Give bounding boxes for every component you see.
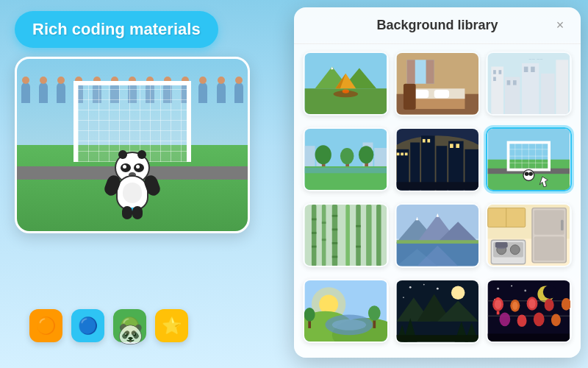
svg-rect-13 <box>426 60 434 83</box>
svg-rect-119 <box>534 237 564 261</box>
thumbnail-bedroom[interactable] <box>395 52 481 116</box>
svg-point-137 <box>423 284 425 286</box>
svg-point-139 <box>403 297 404 298</box>
bottom-icons: 🟠 🔵 🟢 ⭐ <box>29 309 188 342</box>
svg-rect-17 <box>434 90 448 98</box>
panda-eye-left <box>121 163 131 172</box>
thumbnail-kitchen[interactable] <box>486 203 572 267</box>
small-panda-decoration: 🐼 <box>118 322 143 346</box>
svg-rect-26 <box>513 80 517 85</box>
background-library-panel: Background library × <box>294 7 581 358</box>
svg-rect-30 <box>541 74 555 115</box>
panda-character <box>107 152 158 210</box>
svg-point-125 <box>319 294 338 314</box>
library-title: Background library <box>376 18 498 33</box>
svg-rect-147 <box>396 335 478 342</box>
thumbnail-night-city[interactable] <box>395 127 481 192</box>
title-badge: Rich coding materials <box>15 11 218 48</box>
svg-rect-148 <box>488 280 570 342</box>
svg-point-116 <box>511 245 520 255</box>
svg-point-151 <box>498 288 500 290</box>
svg-point-135 <box>451 286 465 300</box>
svg-rect-45 <box>305 168 387 173</box>
thumbnail-bamboo[interactable] <box>303 203 389 267</box>
svg-rect-49 <box>396 152 399 155</box>
svg-point-153 <box>525 290 527 292</box>
svg-rect-51 <box>404 152 407 155</box>
svg-rect-16 <box>414 90 429 98</box>
svg-point-158 <box>495 300 501 309</box>
thumbnail-city-white[interactable]: ~~ ~~ <box>486 52 572 116</box>
svg-point-162 <box>512 302 517 310</box>
svg-point-76 <box>529 171 534 176</box>
svg-rect-22 <box>499 70 502 74</box>
thumbnail-forest-mountains[interactable] <box>395 279 481 344</box>
svg-rect-160 <box>497 311 500 315</box>
crowd-figure <box>21 82 30 103</box>
svg-point-168 <box>517 314 527 327</box>
crowd-figure <box>39 82 48 103</box>
scene-card <box>15 57 250 233</box>
bottom-icon-4[interactable]: ⭐ <box>155 309 188 342</box>
svg-rect-97 <box>305 205 387 266</box>
panda-ear-left <box>118 150 127 159</box>
panda-ear-right <box>137 150 146 159</box>
svg-point-152 <box>512 285 513 286</box>
svg-rect-23 <box>493 77 496 81</box>
svg-rect-59 <box>456 144 459 148</box>
panda-eye-right <box>134 163 144 172</box>
close-button[interactable]: × <box>551 17 569 35</box>
svg-rect-61 <box>396 182 478 190</box>
bottom-icon-1[interactable]: 🟠 <box>29 309 62 342</box>
svg-rect-28 <box>524 67 528 72</box>
svg-point-165 <box>545 299 554 311</box>
svg-point-131 <box>304 308 315 322</box>
title-text: Rich coding materials <box>32 20 201 38</box>
svg-point-8 <box>343 89 349 93</box>
svg-point-74 <box>523 170 534 181</box>
crowd-figure <box>234 82 243 103</box>
thumbnail-camping[interactable] <box>303 52 389 116</box>
bottom-icon-2[interactable]: 🔵 <box>71 309 104 342</box>
crowd-figure <box>198 82 207 103</box>
svg-point-150 <box>543 285 557 299</box>
crowd-figure <box>57 82 65 103</box>
svg-rect-120 <box>561 219 564 230</box>
library-header: Background library × <box>294 7 581 44</box>
svg-rect-29 <box>531 67 535 72</box>
thumbnail-mountains-lake[interactable] <box>395 203 481 268</box>
svg-rect-50 <box>401 152 404 155</box>
svg-point-169 <box>534 313 545 327</box>
svg-point-133 <box>368 305 381 320</box>
svg-rect-35 <box>305 146 315 166</box>
panda-body <box>116 175 148 210</box>
svg-rect-25 <box>507 80 511 85</box>
svg-rect-118 <box>534 210 564 234</box>
svg-rect-12 <box>406 60 415 83</box>
svg-point-170 <box>551 314 561 326</box>
svg-rect-122 <box>495 242 508 247</box>
crowd-figure <box>217 82 226 103</box>
thumbnail-grid: ~~ ~~ <box>294 44 581 356</box>
svg-point-40 <box>315 145 331 164</box>
svg-text:~~ ~~: ~~ ~~ <box>529 56 543 63</box>
thumbnail-park[interactable] <box>303 127 389 191</box>
svg-rect-159 <box>497 297 500 300</box>
svg-point-164 <box>529 299 536 308</box>
svg-rect-20 <box>492 67 504 115</box>
panda-leg-right <box>132 206 143 219</box>
svg-rect-31 <box>556 60 569 114</box>
thumbnail-soccer[interactable] <box>486 127 572 191</box>
thumbnail-landscape[interactable] <box>303 279 389 343</box>
svg-rect-171 <box>488 333 570 342</box>
svg-rect-55 <box>427 139 430 143</box>
svg-rect-111 <box>488 208 526 227</box>
panda-leg-left <box>122 206 132 219</box>
svg-point-167 <box>500 313 511 327</box>
svg-point-75 <box>525 171 529 176</box>
svg-rect-108 <box>396 240 478 244</box>
thumbnail-night-lanterns[interactable] <box>486 279 572 343</box>
svg-rect-38 <box>374 148 387 166</box>
panda-belly <box>123 183 142 203</box>
svg-point-44 <box>359 146 373 163</box>
